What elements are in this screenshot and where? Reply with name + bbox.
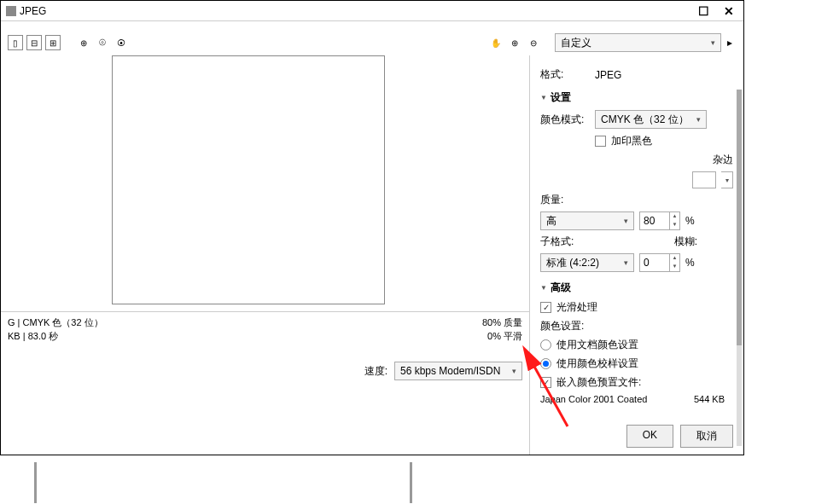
colormode-value: CMYK 色（32 位） [601, 113, 689, 127]
layout-icon-3[interactable]: ⊞ [45, 35, 61, 50]
layout-icon-2[interactable]: ⊟ [26, 35, 42, 50]
zoom-minus-icon[interactable]: ⊖ [526, 35, 541, 50]
zoom-plus-icon[interactable]: ⊕ [507, 35, 522, 50]
subformat-label: 子格式: [540, 235, 574, 249]
blur-number-input[interactable]: 0▲▼ [639, 253, 680, 272]
zoom-fit-icon[interactable]: ⦿ [114, 35, 129, 50]
cancel-button[interactable]: 取消 [680, 425, 733, 448]
info-bar: G | CMYK 色（32 位） KB | 83.0 秒 80% 质量 0% 平… [1, 311, 529, 346]
maximize-button[interactable]: ☐ [694, 2, 713, 20]
quality-number-input[interactable]: 80▲▼ [639, 211, 680, 230]
info-colormode: G | CMYK 色（32 位） [8, 316, 103, 329]
format-label: 格式: [540, 67, 595, 82]
matte-swatch[interactable] [692, 171, 716, 188]
profile-size: 544 KB [694, 394, 725, 404]
annotation-arrow [478, 337, 649, 439]
colormode-dropdown[interactable]: CMYK 色（32 位） [595, 110, 707, 129]
zoom-in-icon[interactable]: ⊕ [76, 35, 91, 50]
percent-1: % [685, 215, 695, 227]
quality-label: 质量: [540, 193, 733, 207]
layout-icon-1[interactable]: ▯ [8, 35, 23, 50]
settings-section-head[interactable]: ▼ 设置 [540, 90, 733, 105]
speed-label: 速度: [364, 364, 387, 379]
toolbar: ▯ ⊟ ⊞ ⊕ ⦾ ⦿ ✋ ⊕ ⊖ 自定义 ▸ [1, 30, 743, 55]
advanced-section-head[interactable]: ▼ 高级 [540, 281, 733, 295]
preset-flyout-icon[interactable]: ▸ [723, 36, 737, 49]
preset-dropdown[interactable]: 自定义 [555, 33, 721, 52]
chevron-down-icon: ▼ [540, 94, 547, 101]
preview-pane: G | CMYK 色（32 位） KB | 83.0 秒 80% 质量 0% 平… [1, 55, 530, 455]
blur-label: 模糊: [674, 235, 697, 249]
close-button[interactable]: ✕ [720, 2, 738, 20]
colormode-label: 颜色模式: [540, 113, 595, 127]
zoom-11-icon[interactable]: ⦾ [95, 35, 110, 50]
advanced-head-text: 高级 [551, 281, 571, 295]
quality-value: 高 [546, 214, 556, 229]
colorsettings-label: 颜色设置: [540, 319, 733, 333]
overprint-checkbox[interactable] [595, 136, 606, 147]
overprint-label: 加印黑色 [611, 134, 652, 148]
svg-line-1 [525, 350, 568, 426]
preview-canvas[interactable] [112, 55, 385, 304]
chevron-down-icon-2: ▼ [540, 284, 547, 292]
format-value: JPEG [595, 69, 621, 81]
scrollbar[interactable] [737, 90, 742, 446]
smoothing-checkbox[interactable]: ✓ [540, 302, 551, 313]
info-size-time: KB | 83.0 秒 [8, 329, 103, 343]
hand-tool-icon[interactable]: ✋ [488, 35, 504, 50]
percent-2: % [685, 257, 695, 269]
titlebar: JPEG ☐ ✕ [1, 1, 743, 21]
app-icon [6, 6, 16, 16]
matte-swatch-dropdown[interactable]: ▾ [721, 171, 733, 188]
quality-readout: 80% 质量 [482, 316, 522, 329]
quality-dropdown[interactable]: 高 [540, 211, 634, 230]
smoothing-label: 光滑处理 [556, 300, 597, 315]
matte-label: 杂边 [713, 153, 733, 167]
window-title: JPEG [20, 5, 46, 17]
settings-head-text: 设置 [551, 90, 571, 105]
subformat-value: 标准 (4:2:2) [546, 256, 599, 270]
subformat-dropdown[interactable]: 标准 (4:2:2) [540, 253, 634, 272]
preset-value: 自定义 [561, 36, 591, 50]
